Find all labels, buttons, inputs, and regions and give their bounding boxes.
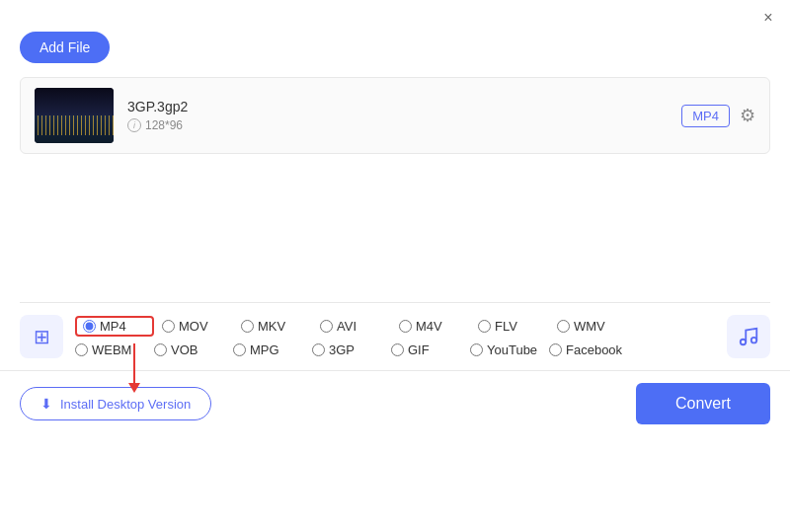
format-label-flv: FLV xyxy=(495,319,517,334)
format-label-gif: GIF xyxy=(408,342,430,357)
format-label-mp4: MP4 xyxy=(100,319,126,334)
format-label-youtube: YouTube xyxy=(487,342,537,357)
format-option-mp4[interactable]: MP4 xyxy=(75,316,154,337)
format-row-2: WEBM VOB MPG 3GP GIF xyxy=(75,342,715,357)
format-option-gif[interactable]: GIF xyxy=(391,342,470,357)
format-label-vob: VOB xyxy=(171,342,198,357)
format-option-youtube[interactable]: YouTube xyxy=(470,342,549,357)
install-label: Install Desktop Version xyxy=(60,397,191,412)
music-icon xyxy=(738,326,759,347)
add-file-button[interactable]: Add File xyxy=(20,32,110,63)
file-actions: MP4 ⚙ xyxy=(681,105,755,127)
arrow-shaft xyxy=(133,343,135,383)
close-button[interactable]: × xyxy=(758,8,778,28)
settings-icon[interactable]: ⚙ xyxy=(740,105,755,126)
format-label-m4v: M4V xyxy=(416,319,442,334)
file-name: 3GP.3gp2 xyxy=(127,99,668,114)
audio-format-icon[interactable] xyxy=(727,315,770,358)
format-badge[interactable]: MP4 xyxy=(681,105,730,127)
format-row-1: MP4 MOV MKV AVI M4V xyxy=(75,316,715,337)
format-option-wmv[interactable]: WMV xyxy=(557,319,636,334)
format-option-mov[interactable]: MOV xyxy=(162,319,241,334)
title-bar: × xyxy=(0,0,790,32)
format-option-mpg[interactable]: MPG xyxy=(233,342,312,357)
arrow-head xyxy=(128,383,140,393)
film-icon: ⊞ xyxy=(34,325,50,348)
video-format-icon[interactable]: ⊞ xyxy=(20,315,63,358)
format-label-mkv: MKV xyxy=(258,319,285,334)
file-meta: i 128*96 xyxy=(127,118,668,132)
empty-area xyxy=(20,164,770,302)
thumbnail-lights xyxy=(35,115,114,135)
format-option-avi[interactable]: AVI xyxy=(320,319,399,334)
format-label-wmv: WMV xyxy=(574,319,605,334)
format-option-3gp[interactable]: 3GP xyxy=(312,342,391,357)
format-label-mov: MOV xyxy=(179,319,208,334)
format-label-webm: WEBM xyxy=(92,342,131,357)
format-label-avi: AVI xyxy=(337,319,356,334)
format-option-vob[interactable]: VOB xyxy=(154,342,233,357)
format-option-flv[interactable]: FLV xyxy=(478,319,557,334)
format-option-m4v[interactable]: M4V xyxy=(399,319,478,334)
arrow-annotation xyxy=(128,343,140,393)
file-info: 3GP.3gp2 i 128*96 xyxy=(114,99,681,132)
svg-point-1 xyxy=(751,338,757,343)
format-label-mpg: MPG xyxy=(250,342,279,357)
bottom-bar: ⬇ Install Desktop Version Convert xyxy=(0,370,790,436)
download-icon: ⬇ xyxy=(40,396,52,412)
format-grid: MP4 MOV MKV AVI M4V xyxy=(75,316,715,357)
format-option-facebook[interactable]: Facebook xyxy=(549,342,628,357)
info-icon: i xyxy=(127,118,141,132)
file-dimensions: 128*96 xyxy=(145,118,183,132)
format-option-webm[interactable]: WEBM xyxy=(75,342,154,357)
format-label-3gp: 3GP xyxy=(329,342,355,357)
file-thumbnail xyxy=(35,88,114,143)
convert-button[interactable]: Convert xyxy=(636,383,770,424)
svg-point-0 xyxy=(741,340,747,345)
format-option-mkv[interactable]: MKV xyxy=(241,319,320,334)
main-content: Add File 3GP.3gp2 i 128*96 MP4 ⚙ ⊞ xyxy=(0,32,790,358)
file-list-item: 3GP.3gp2 i 128*96 MP4 ⚙ xyxy=(20,77,770,154)
format-label-facebook: Facebook xyxy=(566,342,622,357)
install-desktop-button[interactable]: ⬇ Install Desktop Version xyxy=(20,387,211,420)
